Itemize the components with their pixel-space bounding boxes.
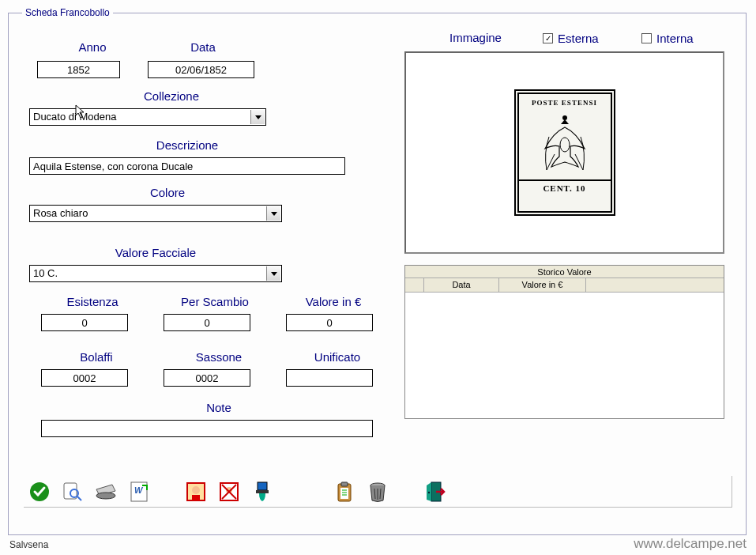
label-descrizione: Descrizione: [136, 138, 239, 152]
esterna-checkbox-row[interactable]: ✓ Esterna: [543, 32, 599, 45]
svg-point-10: [192, 486, 200, 494]
stamp-inscription: POSTE ESTENSI: [519, 99, 611, 107]
svg-rect-16: [258, 482, 267, 490]
storico-valore-grid[interactable]: Storico Valore Data Valore in €: [404, 265, 724, 419]
scanner-button[interactable]: [90, 478, 122, 506]
svg-line-5: [77, 496, 81, 500]
footer-left: Salvsena: [9, 539, 48, 550]
label-anno: Anno: [61, 40, 124, 54]
stamp-denomination: CENT. 10: [519, 179, 611, 193]
valore-euro-input[interactable]: [286, 314, 373, 331]
chevron-down-icon[interactable]: [266, 206, 280, 221]
anno-input[interactable]: [37, 61, 120, 78]
svg-point-6: [96, 493, 115, 499]
label-colore: Colore: [128, 186, 207, 199]
svg-rect-17: [256, 490, 269, 493]
esterna-checkbox[interactable]: ✓: [543, 33, 553, 43]
exit-button[interactable]: [419, 478, 450, 506]
svg-point-29: [428, 491, 430, 493]
label-data: Data: [171, 40, 235, 54]
chevron-down-icon[interactable]: [250, 110, 265, 124]
label-note: Note: [187, 401, 250, 414]
label-collezione: Collezione: [120, 89, 223, 103]
grid-title: Storico Valore: [405, 266, 724, 278]
label-esistenza: Esistenza: [45, 295, 140, 308]
grid-col-marker: [405, 278, 424, 292]
interna-checkbox-row[interactable]: Interna: [641, 32, 694, 45]
interna-label: Interna: [656, 32, 694, 45]
valore-facciale-select[interactable]: 10 C.: [29, 265, 282, 282]
eagle-icon: [537, 113, 592, 176]
grid-col-data[interactable]: Data: [424, 278, 499, 292]
svg-text:W: W: [134, 485, 144, 495]
trash-button[interactable]: [362, 478, 393, 506]
label-valore-facciale: Valore Facciale: [92, 246, 219, 259]
toolbar: W: [24, 476, 732, 508]
note-input[interactable]: [41, 420, 373, 437]
interna-checkbox[interactable]: [641, 33, 652, 43]
stamp-image-area: POSTE ESTENSI CENT. 10: [404, 51, 724, 254]
label-unificato: Unificato: [290, 350, 385, 364]
grid-body[interactable]: [405, 293, 724, 415]
footer-right: www.delcampe.net: [634, 536, 747, 552]
delete-image-button[interactable]: [213, 478, 245, 506]
data-input[interactable]: [148, 61, 254, 78]
word-export-button[interactable]: W: [123, 478, 155, 506]
label-sassone: Sassone: [171, 350, 266, 364]
esterna-label: Esterna: [558, 32, 599, 45]
label-valore-euro: Valore in €: [286, 295, 381, 308]
svg-rect-11: [192, 495, 200, 500]
bolaffi-input[interactable]: [41, 369, 128, 387]
label-per-scambio: Per Scambio: [164, 295, 266, 308]
svg-point-1: [560, 138, 570, 152]
unificato-input[interactable]: [286, 369, 373, 387]
descrizione-input[interactable]: [29, 157, 345, 175]
sassone-input[interactable]: [164, 369, 250, 387]
colore-select[interactable]: Rosa chiaro: [29, 205, 282, 222]
svg-rect-19: [341, 482, 348, 486]
paint-button[interactable]: [246, 478, 278, 506]
stamp-image: POSTE ESTENSI CENT. 10: [514, 89, 615, 216]
paste-button[interactable]: [329, 478, 360, 506]
grid-header: Data Valore in €: [405, 278, 724, 293]
image-button[interactable]: [180, 478, 212, 506]
ok-button[interactable]: [24, 478, 55, 506]
label-immagine: Immagine: [432, 31, 519, 44]
grid-col-blank: [586, 278, 724, 292]
fieldset-legend: Scheda Francobollo: [22, 7, 113, 18]
svg-point-0: [562, 115, 567, 120]
esistenza-input[interactable]: [41, 314, 128, 331]
colore-value: Rosa chiaro: [33, 207, 88, 219]
search-button[interactable]: [57, 478, 88, 506]
label-bolaffi: Bolaffi: [57, 350, 136, 364]
per-scambio-input[interactable]: [164, 314, 250, 331]
svg-rect-20: [340, 488, 348, 499]
valore-facciale-value: 10 C.: [33, 267, 58, 279]
grid-col-valore[interactable]: Valore in €: [499, 278, 586, 292]
chevron-down-icon[interactable]: [266, 266, 280, 281]
collezione-select[interactable]: Ducato di Modena: [29, 108, 266, 126]
collezione-value: Ducato di Modena: [33, 111, 117, 123]
